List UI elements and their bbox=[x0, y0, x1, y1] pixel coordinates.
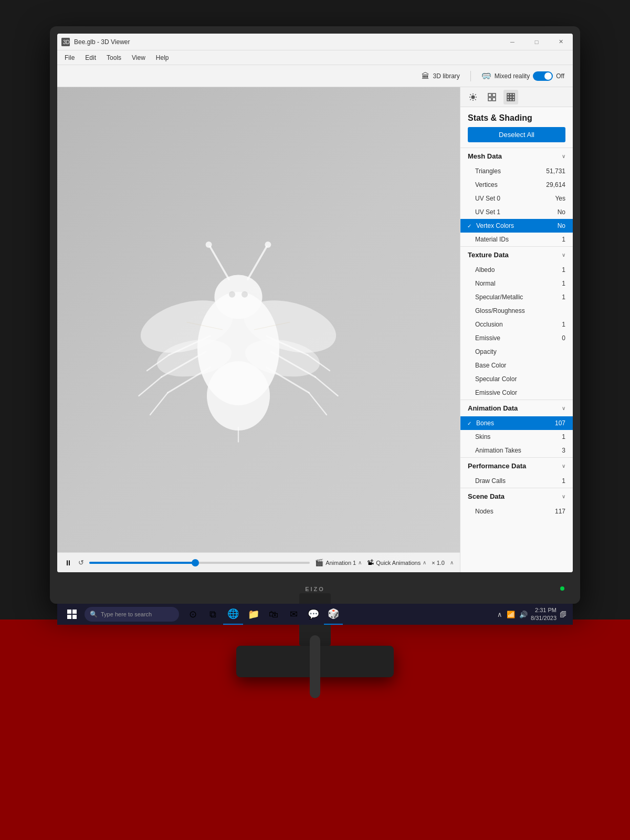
tray-speaker-icon[interactable]: 🔊 bbox=[519, 611, 528, 618]
row-label-mesh-3: UV Set 1 bbox=[475, 208, 500, 216]
data-row-mesh-5: Material IDs 1 bbox=[460, 233, 573, 246]
eizo-logo: EIZO bbox=[305, 586, 325, 592]
row-value-animation-0: 107 bbox=[555, 419, 565, 427]
quick-animations-group: 📽 Quick Animations ∧ bbox=[367, 559, 426, 566]
panel-icon-bar bbox=[460, 87, 573, 107]
taskbar-3dviewer-icon[interactable]: 🎲 bbox=[324, 604, 343, 625]
section-title-scene: Scene Data bbox=[468, 492, 505, 500]
row-value-texture-4: 1 bbox=[562, 321, 565, 328]
taskbar-cortana-icon[interactable]: ⊙ bbox=[183, 604, 202, 625]
taskbar-edge-icon[interactable]: 🌐 bbox=[223, 604, 243, 625]
right-panel: Stats & Shading Deselect All Mesh Data∨ … bbox=[460, 87, 573, 572]
row-label-texture-1: Normal bbox=[475, 280, 496, 287]
svg-rect-45 bbox=[512, 93, 514, 96]
section-texture: Texture Data∨ Albedo 1 Normal 1 Specular… bbox=[460, 246, 573, 400]
taskbar-skype-icon[interactable]: 💬 bbox=[304, 604, 323, 625]
row-label-mesh-1: Vertices bbox=[475, 181, 498, 188]
row-label-mesh-2: UV Set 0 bbox=[475, 195, 500, 202]
toolbar: 🏛 3D library 🥽 Mixed reality Off bbox=[57, 65, 573, 87]
system-clock[interactable]: 2:31 PM 8/31/2023 bbox=[531, 606, 556, 623]
data-row-performance-0: Draw Calls 1 bbox=[460, 474, 573, 488]
svg-point-11 bbox=[206, 242, 212, 248]
loop-button[interactable]: ↺ bbox=[78, 559, 84, 566]
mixed-reality-control: 🥽 Mixed reality Off bbox=[481, 71, 564, 81]
checkbox-mesh-4[interactable]: ✓ bbox=[466, 222, 473, 229]
row-value-mesh-5: 1 bbox=[562, 236, 565, 243]
data-row-animation-0[interactable]: ✓ Bones 107 bbox=[460, 416, 573, 430]
window-title: Bee.glb - 3D Viewer bbox=[74, 38, 500, 46]
section-header-mesh[interactable]: Mesh Data∨ bbox=[460, 148, 573, 164]
clock-date: 8/31/2023 bbox=[531, 614, 556, 622]
deselect-all-button[interactable]: Deselect All bbox=[468, 127, 565, 142]
svg-rect-39 bbox=[488, 93, 491, 97]
start-button[interactable] bbox=[61, 604, 82, 625]
progress-thumb[interactable] bbox=[192, 559, 199, 566]
data-row-mesh-0: Triangles 51,731 bbox=[460, 164, 573, 178]
row-label-texture-8: Specular Color bbox=[475, 375, 517, 383]
tray-network-icon[interactable]: 📶 bbox=[507, 611, 515, 618]
data-row-texture-9: Emissive Color bbox=[460, 386, 573, 400]
row-label-texture-2: Specular/Metallic bbox=[475, 293, 523, 301]
section-title-animation: Animation Data bbox=[468, 404, 518, 412]
title-bar: 3D Bee.glb - 3D Viewer ─ □ ✕ bbox=[57, 34, 573, 50]
restore-button[interactable]: □ bbox=[524, 34, 549, 50]
monitor: 3D Bee.glb - 3D Viewer ─ □ ✕ File Edit T… bbox=[50, 26, 580, 604]
menu-view[interactable]: View bbox=[127, 52, 151, 64]
row-value-animation-2: 3 bbox=[562, 447, 565, 454]
data-row-animation-2: Animation Takes 3 bbox=[460, 444, 573, 457]
bee-model bbox=[112, 204, 364, 456]
clock-time: 2:31 PM bbox=[531, 606, 556, 614]
taskbar-explorer-icon[interactable]: 📁 bbox=[244, 604, 263, 625]
3d-library-label: 3D library bbox=[433, 72, 459, 80]
svg-rect-41 bbox=[488, 98, 491, 101]
row-label-mesh-4: Vertex Colors bbox=[476, 222, 514, 229]
tray-arrow-icon[interactable]: ∧ bbox=[497, 611, 502, 618]
section-header-animation[interactable]: Animation Data∨ bbox=[460, 400, 573, 416]
menu-tools[interactable]: Tools bbox=[101, 52, 127, 64]
taskbar-multitask-icon[interactable]: ⧉ bbox=[203, 604, 222, 625]
section-header-scene[interactable]: Scene Data∨ bbox=[460, 488, 573, 505]
checkbox-animation-0[interactable]: ✓ bbox=[466, 419, 473, 427]
svg-line-18 bbox=[150, 393, 168, 415]
grid-icon-button[interactable] bbox=[485, 90, 499, 104]
svg-rect-49 bbox=[507, 99, 509, 101]
section-header-texture[interactable]: Texture Data∨ bbox=[460, 247, 573, 263]
section-animation: Animation Data∨ ✓ Bones 107 Skins 1 Anim… bbox=[460, 400, 573, 457]
taskbar-store-icon[interactable]: 🛍 bbox=[264, 604, 283, 625]
taskbar: 🔍 Type here to search ⊙ ⧉ 🌐 📁 🛍 ✉ 💬 🎲 ∧ … bbox=[57, 604, 573, 625]
row-value-texture-5: 0 bbox=[562, 334, 565, 342]
animation-label-group: 🎬 Animation 1 ∧ bbox=[315, 559, 362, 566]
search-bar[interactable]: 🔍 Type here to search bbox=[85, 607, 179, 622]
minimize-button[interactable]: ─ bbox=[500, 34, 524, 50]
menu-help[interactable]: Help bbox=[151, 52, 174, 64]
stats-icon-button[interactable] bbox=[503, 90, 518, 104]
3d-viewer[interactable]: ⏸ ↺ 🎬 Animation 1 ∧ 📽 Quick Animations bbox=[57, 87, 460, 572]
menu-file[interactable]: File bbox=[59, 52, 80, 64]
mixed-reality-toggle[interactable] bbox=[533, 71, 553, 81]
data-row-texture-6: Opacity bbox=[460, 345, 573, 359]
taskbar-mail-icon[interactable]: ✉ bbox=[284, 604, 303, 625]
section-header-performance[interactable]: Performance Data∨ bbox=[460, 458, 573, 474]
data-row-texture-8: Specular Color bbox=[460, 372, 573, 386]
power-led bbox=[560, 586, 564, 591]
close-button[interactable]: ✕ bbox=[549, 34, 573, 50]
progress-track[interactable] bbox=[89, 562, 310, 564]
sun-icon-button[interactable] bbox=[466, 90, 480, 104]
progress-fill bbox=[89, 562, 195, 564]
pause-button[interactable]: ⏸ bbox=[64, 558, 73, 568]
checkbox-row-animation-0: ✓ Bones bbox=[466, 419, 494, 427]
mixed-reality-label: Mixed reality bbox=[495, 72, 530, 80]
3d-library-button[interactable]: 🏛 3D library bbox=[422, 71, 459, 80]
svg-rect-55 bbox=[72, 615, 77, 619]
section-chevron-animation: ∨ bbox=[562, 405, 565, 411]
data-row-texture-7: Base Color bbox=[460, 359, 573, 372]
row-value-mesh-3: No bbox=[558, 208, 565, 216]
speed-chevron: ∧ bbox=[450, 560, 454, 565]
svg-line-24 bbox=[309, 393, 327, 415]
notification-icon[interactable]: 🗐 bbox=[560, 611, 566, 618]
data-row-mesh-4[interactable]: ✓ Vertex Colors No bbox=[460, 219, 573, 233]
mixed-reality-icon: 🥽 bbox=[481, 71, 491, 81]
row-value-scene-0: 117 bbox=[555, 508, 565, 515]
svg-line-16 bbox=[139, 377, 162, 396]
menu-edit[interactable]: Edit bbox=[80, 52, 101, 64]
